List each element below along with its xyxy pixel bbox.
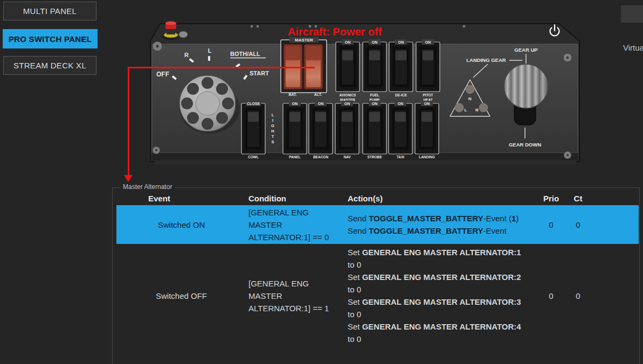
annotation-arrowhead-icon <box>124 175 133 182</box>
virtual-partial-label: Virtua <box>623 43 643 52</box>
gear-up-label: GEAR UP <box>514 47 538 53</box>
de-ice-label: DE-ICE <box>395 93 407 97</box>
on-label: ON <box>344 102 350 106</box>
svg-text:T: T <box>272 134 274 139</box>
landing-gear-label: LANDING GEAR <box>466 57 506 63</box>
on-label: ON <box>398 40 404 44</box>
pitot-heat-label: PITOT <box>423 93 433 97</box>
rotary-label-both-all: BOTH/ALL <box>230 51 260 57</box>
annotation-line-vertical <box>128 67 129 176</box>
annotation-line-horizontal <box>128 67 315 68</box>
on-label: ON <box>425 40 431 44</box>
nav-label: NAV <box>343 155 351 159</box>
column-header-event: Event <box>116 192 246 205</box>
cowl-label: COWL <box>248 155 259 159</box>
sidebar-item-multi-panel[interactable]: MULTI PANEL <box>3 2 96 20</box>
gear-l-label: L <box>465 108 467 113</box>
rotary-label-r: R <box>184 52 189 58</box>
event-config-table: Event Condition Action(s) Prio Ct Switch… <box>116 192 639 346</box>
pro-switch-panel-image: OFF R L BOTH/ALL START MASTER <box>149 19 582 166</box>
on-label: ON <box>424 102 430 106</box>
actions-cell: Set GENERAL ENG MASTER ALTERNATOR:1 to 0… <box>345 245 539 346</box>
master-label: MASTER <box>295 38 313 43</box>
on-label: ON <box>372 40 378 44</box>
column-header-prio: Prio <box>539 192 563 205</box>
rotary-label-off: OFF <box>156 71 169 78</box>
sidebar-item-stream-deck-xl[interactable]: STREAM DECK XL <box>3 56 96 75</box>
on-label: ON <box>318 102 324 106</box>
ct-cell: 0 <box>563 205 593 244</box>
condition-cell: [GENERAL ENG MASTER ALTERNATOR:1] == 1 <box>246 245 345 346</box>
on-label: ON <box>398 102 404 106</box>
panel-label: PANEL <box>289 155 301 159</box>
aircraft-power-status: Aircraft: Power off <box>288 26 382 38</box>
close-label: CLOSE <box>247 102 260 106</box>
column-header-condition: Condition <box>246 192 345 205</box>
prio-cell: 0 <box>539 205 563 244</box>
sidebar-item-pro-switch-panel[interactable]: PRO SWITCH PANEL <box>3 29 98 48</box>
column-header-actions: Action(s) <box>345 192 539 205</box>
svg-text:L: L <box>272 113 274 117</box>
strobe-label: STROBE <box>367 155 382 159</box>
bat-label: BAT. <box>288 93 296 96</box>
top-right-button[interactable] <box>621 5 643 23</box>
svg-text:H: H <box>271 129 274 134</box>
table-header-row: Event Condition Action(s) Prio Ct <box>116 192 639 205</box>
fuel-pump-label: FUEL <box>370 93 379 97</box>
ct-cell: 0 <box>563 245 593 346</box>
landing-label: LANDING <box>419 155 435 159</box>
svg-text:S: S <box>271 139 274 144</box>
lights-label: L I G H T S <box>271 113 274 144</box>
svg-text:I: I <box>272 118 273 123</box>
rotary-label-l: L <box>208 47 212 54</box>
table-row-switched-off[interactable]: Switched OFF [GENERAL ENG MASTER ALTERNA… <box>116 245 639 346</box>
rotary-label-start: START <box>250 70 269 76</box>
alt-label: ALT. <box>314 93 322 96</box>
actions-cell: Send TOGGLE_MASTER_BATTERY-Event (1)Send… <box>345 205 539 244</box>
on-label: ON <box>345 40 351 44</box>
on-label: ON <box>292 102 298 106</box>
column-header-ct: Ct <box>563 192 593 205</box>
table-row-switched-on[interactable]: Switched ON [GENERAL ENG MASTER ALTERNAT… <box>116 205 639 244</box>
svg-text:G: G <box>271 123 274 128</box>
event-cell: Switched OFF <box>116 245 246 346</box>
app-window: MULTI PANEL PRO SWITCH PANEL STREAM DECK… <box>0 0 643 364</box>
on-label: ON <box>372 102 378 106</box>
gear-r-label: R <box>475 108 479 113</box>
taxi-label: TAXI <box>397 155 405 159</box>
condition-cell: [GENERAL ENG MASTER ALTERNATOR:1] == 0 <box>246 205 345 244</box>
avionics-label: AVIONICS <box>340 93 357 97</box>
event-cell: Switched ON <box>116 205 246 244</box>
beacon-label: BEACON <box>313 155 328 159</box>
gear-down-label: GEAR DOWN <box>509 142 541 148</box>
prio-cell: 0 <box>539 245 563 346</box>
gear-n-label: N <box>468 96 472 101</box>
groupbox-legend: Master Alternator <box>120 183 175 191</box>
